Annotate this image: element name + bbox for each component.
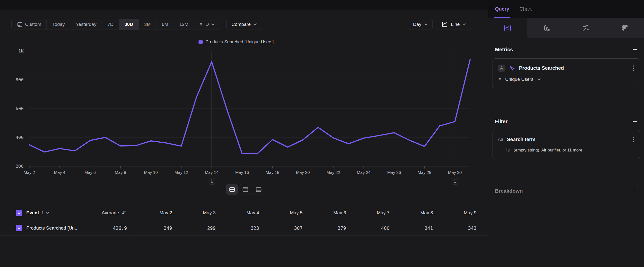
granularity-button[interactable]: Day — [408, 19, 433, 30]
sort-icon — [122, 210, 127, 215]
metrics-title: Metrics — [495, 47, 513, 53]
kebab-menu-icon[interactable] — [633, 136, 634, 143]
range-label: 7D — [108, 22, 114, 27]
event-cursor-icon — [509, 65, 515, 71]
x-axis-tick-label: May 28 — [411, 170, 438, 175]
report-type-tabs — [488, 18, 644, 38]
table-divider — [133, 206, 133, 236]
event-count: 1 — [41, 210, 44, 215]
x-axis-tick-label: May 14 — [198, 170, 225, 175]
select-all-checkbox[interactable] — [16, 210, 22, 216]
average-label: Average — [102, 210, 119, 215]
annotation-badge[interactable]: 1 — [208, 178, 215, 184]
x-axis-tick-label: May 16 — [228, 170, 256, 175]
row-values: 349299323307379400341343 — [129, 220, 476, 235]
date-column-header[interactable]: May 3 — [172, 206, 216, 220]
range-label: 30D — [124, 22, 133, 27]
line-chart-icon — [441, 21, 448, 28]
table-row[interactable]: Products Searched [Un... 426.9 349299323… — [0, 220, 488, 236]
range-7d[interactable]: 7D — [102, 19, 119, 30]
legend-swatch — [198, 40, 203, 44]
table-view-icon — [256, 187, 262, 192]
annotation-badge[interactable]: 1 — [452, 178, 458, 184]
chevron-down-icon — [254, 24, 257, 25]
average-column-header[interactable]: Average — [102, 210, 127, 215]
aggregation-selector[interactable]: # Unique Users — [492, 74, 640, 88]
add-breakdown-button[interactable] — [632, 188, 638, 194]
x-axis-tick-label: May 30 — [441, 170, 468, 175]
range-label: XTD — [200, 22, 209, 27]
cell-value: 349 — [129, 220, 172, 235]
tab-more[interactable] — [606, 18, 644, 38]
compare-button[interactable]: Compare — [226, 19, 262, 30]
filter-section-header: Filter — [495, 118, 638, 125]
tab-funnels[interactable] — [527, 18, 566, 38]
range-yesterday[interactable]: Yesterday — [70, 19, 102, 30]
chart-type-label: Line — [451, 22, 460, 27]
check-icon — [17, 211, 21, 215]
metric-name: Products Searched — [519, 65, 629, 71]
metric-card[interactable]: A Products Searched # Unique Users — [492, 58, 640, 88]
table-view-button[interactable] — [253, 184, 264, 195]
range-label: 3M — [144, 22, 150, 27]
x-axis-tick-label: May 6 — [76, 170, 104, 175]
view-layout-toggle — [226, 184, 264, 195]
filter-value: (empty string), Air purifier, or 11 more — [514, 148, 582, 153]
panel-tab-query[interactable]: Query — [495, 0, 509, 18]
more-apps-icon — [621, 24, 628, 32]
panel-tab-bar: QueryChart — [488, 0, 644, 18]
event-label: Event — [26, 210, 39, 215]
date-column-header[interactable]: May 6 — [302, 206, 346, 220]
cell-value: 323 — [216, 220, 259, 235]
x-axis-tick-label: May 24 — [350, 170, 377, 175]
range-12m[interactable]: 12M — [174, 19, 194, 30]
range-label: Custom — [25, 22, 41, 27]
plus-icon — [632, 47, 638, 52]
row-event-name: Products Searched [Un... — [26, 225, 78, 231]
date-column-header[interactable]: May 2 — [129, 206, 172, 220]
date-column-header[interactable]: May 9 — [433, 206, 476, 220]
breakdown-section-header: Breakdown — [495, 188, 638, 194]
chart-type-button[interactable]: Line — [436, 19, 471, 30]
chevron-down-icon — [538, 78, 541, 80]
range-custom[interactable]: Custom — [12, 19, 47, 30]
date-column-header[interactable]: May 5 — [259, 206, 302, 220]
date-column-headers: May 2May 3May 4May 5May 6May 7May 8May 9 — [129, 206, 476, 220]
x-axis-tick-label: May 12 — [168, 170, 195, 175]
kebab-menu-icon[interactable] — [633, 65, 634, 71]
chart-view-icon — [242, 187, 248, 192]
check-icon — [17, 226, 21, 230]
table-header-row: Event 1 Average May 2May 3May 4May 5May … — [0, 206, 488, 220]
tab-insights[interactable] — [488, 18, 527, 38]
range-xtd[interactable]: XTD — [194, 19, 220, 30]
range-30d[interactable]: 30D — [119, 19, 139, 30]
add-metric-button[interactable] — [632, 46, 638, 53]
aggregation-label: Unique Users — [505, 77, 533, 82]
chart-legend: Products Searched [Unique Users] — [0, 39, 472, 45]
range-3m[interactable]: 3M — [139, 19, 156, 30]
cell-value: 343 — [433, 220, 476, 235]
y-axis-tick-label: 1K — [6, 48, 24, 54]
add-filter-button[interactable] — [632, 118, 638, 125]
filter-condition[interactable]: Is (empty string), Air purifier, or 11 m… — [492, 145, 640, 159]
date-column-header[interactable]: May 7 — [346, 206, 390, 220]
plus-icon — [632, 119, 638, 124]
date-column-header[interactable]: May 4 — [216, 206, 259, 220]
funnel-bars-icon — [543, 24, 550, 32]
filter-title: Filter — [495, 118, 508, 124]
line-chart[interactable]: 2004006008001KMay 2May 4May 6May 8May 10… — [0, 47, 488, 190]
x-axis-tick-label: May 10 — [137, 170, 164, 175]
panel-tab-chart[interactable]: Chart — [520, 0, 532, 18]
range-6m[interactable]: 6M — [156, 19, 174, 30]
event-column-header[interactable]: Event 1 — [26, 210, 49, 215]
chart-view-button[interactable] — [240, 184, 251, 195]
range-today[interactable]: Today — [47, 19, 70, 30]
filter-card[interactable]: Aa Search term Is (empty string), Air pu… — [492, 130, 640, 159]
row-checkbox[interactable] — [16, 225, 22, 231]
split-view-button[interactable] — [226, 184, 238, 195]
date-column-header[interactable]: May 8 — [390, 206, 433, 220]
breakdown-title: Breakdown — [495, 188, 523, 194]
x-axis-tick-label: May 8 — [107, 170, 134, 175]
cell-value: 299 — [172, 220, 216, 235]
tab-flows[interactable] — [566, 18, 606, 38]
